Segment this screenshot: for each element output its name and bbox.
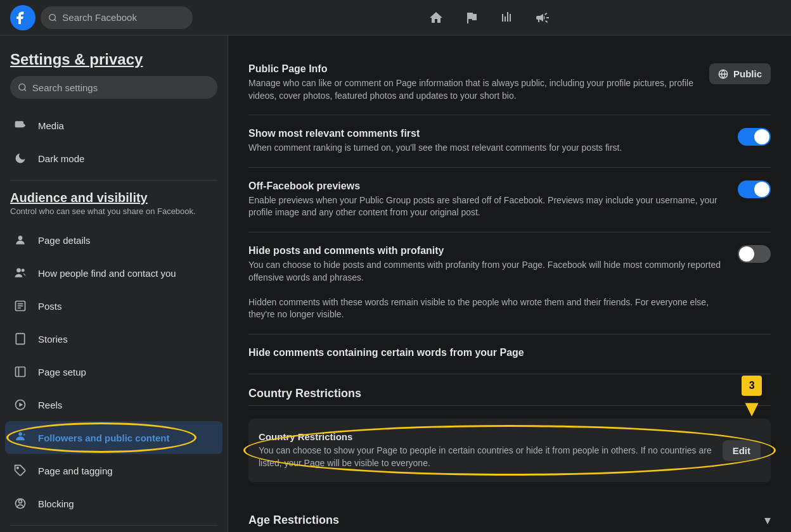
setting-row-public-page-info: Public Page Info Manage who can like or …	[248, 51, 771, 115]
yellow-arrow-icon: ▼	[740, 397, 763, 420]
stories-icon	[10, 329, 30, 349]
age-restrictions-row[interactable]: Age Restrictions ▾	[248, 500, 771, 532]
search-settings-input[interactable]	[32, 82, 210, 93]
setting-control-profanity	[738, 245, 771, 263]
sidebar-label-stories: Stories	[38, 334, 68, 345]
nav-icons-group	[198, 6, 781, 29]
sidebar-item-page-tagging[interactable]: Page and tagging	[5, 454, 222, 487]
svg-rect-12	[16, 367, 25, 377]
restriction-title-country: Country Restrictions	[259, 431, 723, 442]
sidebar-label-posts: Posts	[38, 301, 62, 312]
sidebar-item-followers[interactable]: + Followers and public content	[5, 421, 222, 454]
setting-info-profanity: Hide posts and comments with profanity Y…	[248, 245, 728, 321]
sidebar-label-how-find: How people find and contact you	[38, 268, 176, 279]
audience-heading[interactable]: Audience and visibility	[5, 186, 222, 206]
svg-point-20	[19, 500, 22, 503]
page-icon	[10, 362, 30, 382]
restriction-desc-country: You can choose to show your Page to peop…	[259, 445, 723, 469]
svg-point-5	[16, 269, 21, 273]
setting-row-profanity: Hide posts and comments with profanity Y…	[248, 232, 771, 334]
sidebar-item-page-setup[interactable]: Page setup	[5, 355, 222, 388]
facebook-search-input[interactable]	[62, 12, 185, 23]
followers-wrapper: + Followers and public content 2	[5, 421, 222, 454]
svg-marker-14	[19, 403, 23, 407]
public-page-button[interactable]: Public	[709, 63, 771, 84]
posts-icon	[10, 296, 30, 316]
public-button-label: Public	[733, 68, 762, 79]
setting-info-public-page: Public Page Info Manage who can like or …	[248, 63, 699, 102]
facebook-logo[interactable]	[10, 5, 35, 30]
setting-control-public-page: Public	[709, 63, 771, 84]
setting-title-comments: Show most relevant comments first	[248, 128, 728, 139]
setting-title-off-facebook: Off-Facebook previews	[248, 180, 728, 192]
sidebar-label-blocking: Blocking	[38, 498, 74, 509]
restriction-info-country: Country Restrictions You can choose to s…	[259, 431, 723, 469]
tag-icon	[10, 460, 30, 481]
sidebar-item-stories[interactable]: Stories	[5, 322, 222, 355]
restriction-row-country: Country Restrictions You can choose to s…	[248, 419, 771, 482]
sidebar-item-media[interactable]: Media	[5, 109, 222, 142]
profanity-toggle[interactable]	[738, 245, 771, 263]
off-facebook-toggle[interactable]	[738, 180, 771, 198]
sidebar-label-media: Media	[38, 120, 64, 131]
sidebar-divider-1	[10, 180, 217, 180]
sidebar-item-blocking[interactable]: Blocking	[5, 487, 222, 520]
person-icon	[10, 230, 30, 250]
country-restriction-container: Country Restrictions You can choose to s…	[248, 406, 771, 500]
settings-title: Settings & privacy	[5, 46, 222, 76]
svg-rect-2	[15, 121, 23, 127]
setting-info-hide-words: Hide comments containing certain words f…	[248, 347, 771, 361]
sidebar-label-page-tagging: Page and tagging	[38, 466, 113, 476]
person-group-icon	[10, 263, 30, 283]
setting-row-comments: Show most relevant comments first When c…	[248, 115, 771, 168]
top-navigation	[0, 0, 791, 35]
country-section-header: Country Restrictions	[248, 374, 771, 406]
search-settings-bar[interactable]	[10, 76, 217, 99]
setting-title-public-page: Public Page Info	[248, 63, 699, 75]
sidebar-label-reels: Reels	[38, 400, 62, 410]
annotation-3-container: 3 ▼	[740, 376, 763, 420]
setting-info-comments: Show most relevant comments first When c…	[248, 128, 728, 155]
megaphone-nav-button[interactable]	[527, 6, 558, 29]
sidebar-item-page-details[interactable]: Page details	[5, 224, 222, 256]
setting-desc-comments: When comment ranking is turned on, you'l…	[248, 142, 728, 155]
sidebar-label-followers: Followers and public content	[38, 433, 170, 443]
edit-country-button[interactable]: Edit	[723, 440, 761, 461]
off-facebook-toggle-knob	[754, 182, 769, 197]
comments-toggle-knob	[754, 129, 769, 144]
annotation-3: 3	[742, 376, 762, 396]
chevron-down-icon: ▾	[764, 512, 771, 528]
facebook-search-bar[interactable]	[41, 6, 193, 29]
setting-row-hide-words[interactable]: Hide comments containing certain words f…	[248, 334, 771, 374]
sidebar-divider-2	[10, 525, 217, 526]
sidebar-item-reels[interactable]: Reels	[5, 388, 222, 421]
sidebar-item-dark-mode[interactable]: Dark mode	[5, 142, 222, 175]
sidebar-label-page-details: Page details	[38, 235, 91, 246]
chart-nav-button[interactable]	[492, 6, 522, 29]
setting-control-comments	[738, 128, 771, 146]
comments-toggle[interactable]	[738, 128, 771, 146]
setting-title-profanity: Hide posts and comments with profanity	[248, 245, 728, 256]
search-icon	[48, 13, 57, 23]
svg-point-4	[18, 236, 23, 240]
setting-desc-profanity: You can choose to hide posts and comment…	[248, 259, 728, 321]
setting-title-hide-words: Hide comments containing certain words f…	[248, 347, 771, 358]
svg-rect-11	[16, 334, 24, 345]
svg-marker-3	[23, 124, 25, 128]
setting-control-off-facebook	[738, 180, 771, 198]
page-layout: Settings & privacy 1 Media Dark mode	[0, 35, 791, 532]
svg-point-0	[49, 14, 56, 20]
sidebar-label-page-setup: Page setup	[38, 367, 86, 377]
sidebar-item-posts[interactable]: Posts	[5, 289, 222, 322]
flag-nav-button[interactable]	[456, 6, 487, 29]
left-sidebar: Settings & privacy 1 Media Dark mode	[0, 35, 228, 532]
sidebar-item-how-find[interactable]: How people find and contact you	[5, 256, 222, 289]
setting-row-off-facebook: Off-Facebook previews Enable previews wh…	[248, 168, 771, 232]
main-content: Public Page Info Manage who can like or …	[228, 35, 791, 532]
globe-icon	[718, 69, 728, 79]
restriction-oval-wrapper: Country Restrictions You can choose to s…	[248, 419, 771, 482]
audience-subtext: Control who can see what you share on Fa…	[5, 206, 222, 224]
sidebar-label-dark-mode: Dark mode	[38, 153, 84, 164]
followers-icon: +	[10, 428, 30, 448]
home-nav-button[interactable]	[421, 6, 451, 29]
